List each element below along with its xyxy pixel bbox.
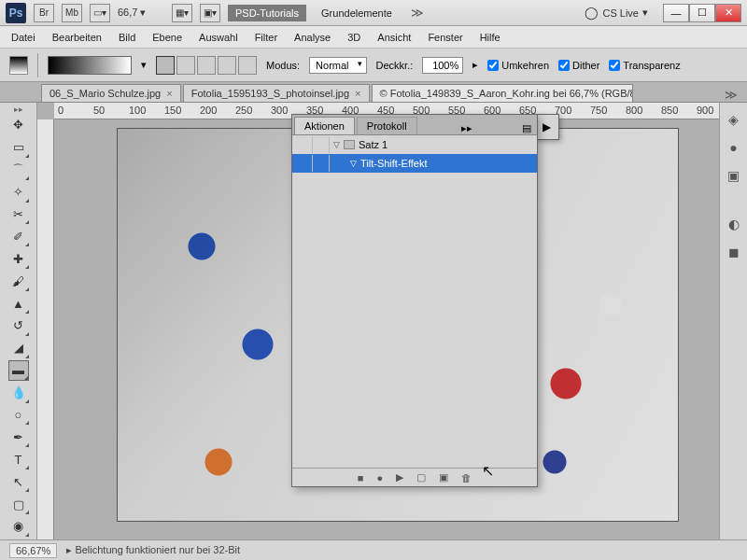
viewmode-button[interactable]: ▭▾ (90, 4, 110, 22)
dock-icon[interactable]: ▣ (725, 166, 743, 185)
status-zoom[interactable]: 66,67% (9, 543, 57, 558)
options-bar: ▾ Modus: Normal Deckkr.: 100%▸ Umkehren … (0, 49, 747, 82)
menu-3d[interactable]: 3D (347, 32, 360, 43)
arrange-button[interactable]: ▦▾ (172, 4, 192, 22)
tab-protokoll[interactable]: Protokoll (357, 117, 417, 134)
document-tab-row: 06_S_Mario Schulze.jpg× Fotolia_1595193_… (0, 82, 747, 103)
dock-icon[interactable]: ● (725, 138, 743, 157)
tab-aktionen[interactable]: Aktionen (294, 117, 355, 134)
cs-live-label: CS Live (602, 7, 639, 19)
right-dock: ◈ ● ▣ ◐ ◼ (719, 103, 747, 539)
modus-select[interactable]: Normal (309, 57, 366, 74)
menu-hilfe[interactable]: Hilfe (480, 32, 500, 43)
menu-fenster[interactable]: Fenster (428, 32, 462, 43)
umkehren-checkbox[interactable]: Umkehren (487, 60, 549, 71)
gradient-preview[interactable] (48, 56, 132, 75)
status-bar: 66,67% ▸ Belichtung funktioniert nur bei… (0, 539, 747, 560)
gradient-dropdown-icon[interactable]: ▾ (141, 59, 147, 71)
gradient-angle-button[interactable] (197, 56, 216, 75)
marquee-tool[interactable]: ▭ (8, 137, 29, 158)
pen-tool[interactable]: ✒ (8, 427, 29, 447)
menu-filter[interactable]: Filter (255, 32, 277, 43)
type-tool[interactable]: T (8, 449, 29, 469)
cs-live-icon: ◯ (585, 6, 599, 20)
workspace-more-icon[interactable]: ≫ (407, 6, 428, 20)
dither-checkbox[interactable]: Dither (558, 60, 599, 71)
crop-tool[interactable]: ✂ (8, 204, 29, 225)
cs-live-button[interactable]: ◯ CS Live ▾ (585, 6, 648, 20)
dock-icon[interactable]: ◐ (725, 215, 743, 233)
minibridge-button[interactable]: Mb (62, 4, 82, 22)
gradient-thumb-icon[interactable] (9, 56, 28, 75)
document-tab[interactable]: 06_S_Mario Schulze.jpg× (41, 84, 181, 102)
maximize-button[interactable]: ☐ (689, 4, 715, 22)
actions-footer: ■ ● ▶ ▢ ▣ 🗑 (292, 468, 537, 486)
menu-datei[interactable]: Datei (11, 32, 35, 43)
modus-label: Modus: (266, 60, 300, 71)
move-tool[interactable]: ✥ (8, 115, 29, 135)
gradient-radial-button[interactable] (176, 56, 195, 75)
menu-auswahl[interactable]: Auswahl (199, 32, 238, 43)
action-row[interactable]: ▽Tilt-Shift-Effekt (292, 154, 537, 173)
eyedropper-tool[interactable]: ✐ (8, 226, 29, 246)
document-tab[interactable]: Fotolia_1595193_S_photoinsel.jpg× (183, 84, 370, 102)
dock-icon[interactable]: ◼ (725, 243, 743, 261)
gradient-tool[interactable]: ▬ (8, 360, 29, 381)
close-tab-icon[interactable]: × (355, 88, 360, 99)
menu-analyse[interactable]: Analyse (294, 32, 331, 43)
blur-tool[interactable]: 💧 (8, 383, 29, 403)
ps-logo-icon: Ps (6, 3, 26, 23)
close-tab-icon[interactable]: × (166, 88, 172, 99)
new-action-icon[interactable]: ▣ (439, 471, 448, 483)
document-tab[interactable]: © Fotolia_149839_S_Aaron_Kohr.ing bei 66… (372, 84, 633, 102)
menu-ansicht[interactable]: Ansicht (377, 32, 411, 43)
folder-icon (344, 140, 355, 149)
title-bar: Ps Br Mb ▭▾ 66,7 ▾ ▦▾ ▣▾ PSD-Tutorials G… (0, 0, 747, 26)
transparenz-checkbox[interactable]: Transparenz (609, 60, 680, 71)
brush-tool[interactable]: 🖌 (8, 271, 29, 291)
deckkraft-chevron-icon[interactable]: ▸ (472, 59, 478, 71)
panel-menu-icon[interactable]: ▤ (516, 122, 537, 134)
action-set-row[interactable]: ▽Satz 1 (292, 135, 537, 154)
gradient-linear-button[interactable] (156, 56, 175, 75)
3d-tool[interactable]: ◉ (8, 516, 29, 537)
menu-bild[interactable]: Bild (119, 32, 135, 43)
workspace-psd-tutorials[interactable]: PSD-Tutorials (228, 5, 306, 21)
workspace-grundelemente[interactable]: Grundelemente (314, 5, 400, 21)
minimize-button[interactable]: — (663, 4, 689, 22)
path-tool[interactable]: ↖ (8, 471, 29, 492)
toolbox: ▸▸ ✥ ▭ ⌒ ✧ ✂ ✐ ✚ 🖌 ▲ ↺ ◢ ▬ 💧 ○ ✒ T ↖ ▢ ◉ (0, 103, 37, 539)
trash-icon[interactable]: 🗑 (461, 472, 472, 483)
close-button[interactable]: ✕ (715, 4, 741, 22)
wand-tool[interactable]: ✧ (8, 182, 29, 203)
play-icon[interactable]: ▶ (396, 471, 403, 483)
stamp-tool[interactable]: ▲ (8, 293, 29, 314)
eraser-tool[interactable]: ◢ (8, 338, 29, 358)
dodge-tool[interactable]: ○ (8, 405, 29, 426)
heal-tool[interactable]: ✚ (8, 248, 29, 269)
ruler-vertical (37, 119, 54, 539)
stop-icon[interactable]: ■ (358, 472, 364, 483)
deckkraft-label: Deckkr.: (376, 60, 414, 71)
screenmode-button[interactable]: ▣▾ (200, 4, 220, 22)
panel-collapse-icon[interactable]: ▸▸ (456, 122, 478, 134)
status-message: ▸ Belichtung funktioniert nur bei 32-Bit (66, 544, 240, 556)
menu-bar: Datei Bearbeiten Bild Ebene Auswahl Filt… (0, 26, 747, 49)
new-set-icon[interactable]: ▢ (416, 471, 426, 483)
actions-list: ▽Satz 1 ▽Tilt-Shift-Effekt (292, 135, 537, 468)
zoom-display[interactable]: 66,7 ▾ (118, 7, 164, 19)
tabs-overflow-icon[interactable]: ≫ (721, 88, 747, 102)
gradient-diamond-button[interactable] (238, 56, 257, 75)
shape-tool[interactable]: ▢ (8, 494, 29, 514)
gradient-reflected-button[interactable] (218, 56, 236, 75)
menu-ebene[interactable]: Ebene (152, 32, 182, 43)
deckkraft-input[interactable]: 100% (422, 57, 463, 74)
dock-icon[interactable]: ◈ (725, 110, 743, 129)
menu-bearbeiten[interactable]: Bearbeiten (52, 32, 102, 43)
history-brush-tool[interactable]: ↺ (8, 315, 29, 336)
record-icon[interactable]: ● (377, 472, 384, 483)
actions-panel: Aktionen Protokoll ▸▸ ▤ ▽Satz 1 ▽Tilt-Sh… (291, 114, 538, 487)
bridge-button[interactable]: Br (34, 4, 54, 22)
lasso-tool[interactable]: ⌒ (8, 160, 29, 180)
